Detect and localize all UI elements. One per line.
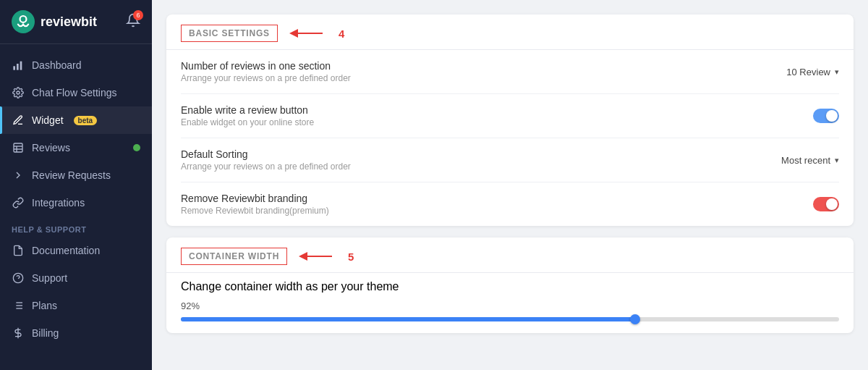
basic-settings-card: BASIC SETTINGS 4 Number of reviews in on… [166,14,854,226]
remove-branding-row: Remove Reviewbit branding Remove Reviewb… [181,182,839,226]
sidebar-item-label: Reviews [32,142,70,154]
sidebar-item-dashboard[interactable]: Dashboard [0,51,152,79]
chevron-down-icon: ▾ [835,156,839,165]
notification-bell[interactable]: 6 [126,13,140,30]
sidebar-item-label: Plans [32,300,57,311]
sidebar-item-documentation[interactable]: Documentation [0,237,152,264]
sidebar-item-integrations[interactable]: Integrations [0,189,152,216]
pencil-icon [12,114,25,127]
slider-percent-label: 92% [181,300,839,311]
annotation-arrow-4 [286,26,330,41]
container-width-header: CONTAINER WIDTH 5 [166,237,854,273]
sidebar-item-review-requests[interactable]: Review Requests [0,161,152,189]
sidebar-item-label: Review Requests [32,169,111,181]
reviews-icon [12,141,25,154]
reviews-per-section-row: Number of reviews in one section Arrange… [181,50,839,94]
container-width-card: CONTAINER WIDTH 5 Change container width… [166,237,854,333]
default-sorting-control[interactable]: Most recent ▾ [781,155,839,166]
reviews-per-section-title: Number of reviews in one section [181,60,351,72]
slider-track [181,317,839,321]
container-width-content: Change container width as per your theme… [166,273,854,333]
sidebar-logo: reviewbit 6 [0,0,152,44]
reviews-per-section-subtitle: Arrange your reviews on a pre defined or… [181,73,351,83]
write-review-toggle[interactable] [813,109,839,123]
default-sorting-title: Default Sorting [181,148,351,160]
logo-text: reviewbit [41,14,97,30]
svg-rect-3 [17,64,19,70]
dollar-icon [12,327,25,340]
arrow-right-icon [12,169,25,182]
plans-icon [12,299,25,312]
sidebar-item-label: Widget [32,114,64,126]
main-content: BASIC SETTINGS 4 Number of reviews in on… [152,0,868,370]
gear-icon [12,86,25,99]
annotation-number-5: 5 [348,251,354,263]
write-review-toggle-control[interactable] [813,109,839,123]
svg-rect-4 [20,62,22,70]
beta-badge: beta [74,116,98,125]
remove-branding-control[interactable] [813,197,839,211]
sidebar-item-billing[interactable]: Billing [0,319,152,347]
write-review-button-text: Enable write a review button Enable widg… [181,104,314,127]
basic-settings-rows: Number of reviews in one section Arrange… [166,50,854,226]
basic-settings-header: BASIC SETTINGS 4 [166,14,854,50]
question-icon [12,272,25,285]
slider-container[interactable] [181,317,839,321]
svg-rect-2 [13,66,15,70]
sidebar-item-widget[interactable]: Widget beta [0,106,152,134]
svg-point-5 [17,91,20,94]
svg-rect-6 [14,143,22,152]
default-sorting-subtitle: Arrange your reviews on a pre defined or… [181,161,351,172]
slider-fill [181,317,635,321]
annotation-number-4: 4 [339,28,344,40]
slider-thumb[interactable] [630,314,640,324]
link-icon [12,196,25,209]
sidebar-item-chat-flow-settings[interactable]: Chat Flow Settings [0,79,152,106]
remove-branding-toggle[interactable] [813,197,839,211]
sidebar-item-label: Support [32,272,67,284]
sidebar-item-label: Dashboard [32,59,82,71]
sidebar-item-support[interactable]: Support [0,264,152,292]
sidebar-item-label: Chat Flow Settings [32,87,117,98]
toggle-knob [826,110,838,122]
sidebar-item-plans[interactable]: Plans [0,292,152,319]
logo-icon [12,10,35,33]
doc-icon [12,244,25,257]
write-review-button-row: Enable write a review button Enable widg… [181,94,839,138]
sidebar-item-reviews[interactable]: Reviews [0,134,152,161]
default-sorting-text: Default Sorting Arrange your reviews on … [181,148,351,172]
write-review-button-title: Enable write a review button [181,104,314,116]
sidebar-item-label: Documentation [32,245,100,256]
reviews-per-section-text: Number of reviews in one section Arrange… [181,60,351,83]
help-section-label: HELP & SUPPORT [0,216,152,237]
container-width-title: CONTAINER WIDTH [181,248,287,265]
annotation-arrow-5 [296,249,339,264]
sorting-dropdown-value: Most recent [781,155,830,166]
write-review-button-subtitle: Enable widget on your online store [181,117,314,127]
sidebar-item-label: Billing [32,327,59,339]
sidebar: reviewbit 6 Dashboard [0,0,152,370]
sidebar-navigation: Dashboard Chat Flow Settings Widget beta [0,44,152,370]
reviews-per-section-control[interactable]: 10 Review ▾ [786,67,839,77]
online-dot [133,144,140,151]
default-sorting-row: Default Sorting Arrange your reviews on … [181,138,839,182]
remove-branding-text: Remove Reviewbit branding Remove Reviewb… [181,193,329,216]
container-width-subtitle: Change container width as per your theme [181,280,839,293]
remove-branding-subtitle: Remove Reviewbit branding(premium) [181,206,329,216]
bar-chart-icon [12,59,25,72]
dropdown-value: 10 Review [786,67,830,77]
toggle-knob [826,198,838,210]
chevron-down-icon: ▾ [835,67,839,77]
bell-badge: 6 [133,10,143,20]
sidebar-item-label: Integrations [32,197,85,209]
basic-settings-title: BASIC SETTINGS [181,25,278,42]
remove-branding-title: Remove Reviewbit branding [181,193,329,204]
